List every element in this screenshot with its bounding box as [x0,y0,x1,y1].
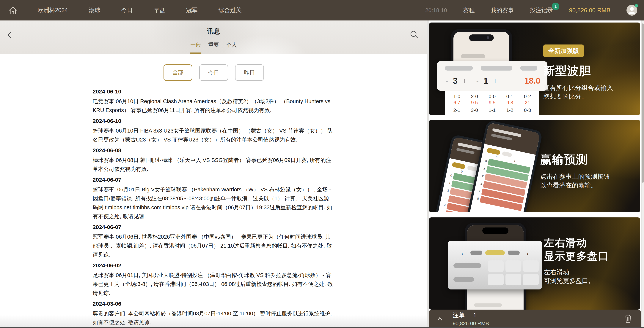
nav-early[interactable]: 早盘 [154,6,165,14]
news-date: 2024-06-02 [93,262,334,269]
page-scrollbar [642,21,644,328]
promo-title-line: 左右滑动 [544,236,633,249]
home-icon[interactable] [8,5,18,16]
swipe-right-arrow-icon: → [522,249,530,257]
promo-desc-line: 左右滑动 [544,268,633,276]
promo-correct-score-banner[interactable]: - 3 + - 1 + 18.0 1-02-00-00-10-26.79.59.… [429,22,640,115]
bet-slip-label: 注单 [453,311,465,320]
new-version-badge: 全新加强版 [543,44,584,57]
prediction-grid: 01012345 [475,153,531,211]
promo-win-loss-banner[interactable]: 01012345 01012345 赢输预测 点击在赛事上的预测按钮 以查看潜在… [429,120,640,212]
bet-records-badge: 1 [552,2,559,10]
news-date: 2024-06-10 [93,118,334,124]
selected-odds-value: 18.0 [524,76,540,85]
minus-icon: - [446,77,448,85]
news-entry: 2024-03-06 尊贵的客户们, 本公司网站将於（香港时间03月07日-14… [93,301,334,327]
nav-outright[interactable]: 冠军 [186,6,198,14]
clock: 20:18:10 [425,7,447,13]
promo-title: 新型波胆 [543,63,635,79]
news-date: 2024-06-08 [93,147,334,154]
bet-slip-count: 1 [473,312,476,319]
news-entry: 2024-06-02 足球赛事:06月01日, 美国职业大联盟-特别投注 （温哥… [93,262,334,298]
news-date: 2024-03-06 [93,301,334,307]
promo-text-block: 左右滑动 显示更多盘口 左右滑动 可浏览更多盘口。 [544,236,633,285]
news-date: 2024-06-10 [93,88,334,95]
message-tabs: 一般 重要 个人 [190,41,237,54]
link-bet-records[interactable]: 投注记录 1 [530,6,553,14]
news-entry: 2024-06-10 电竞赛事:06月10日 Regional Clash Ar… [93,88,334,115]
home-score-value: 3 [453,76,458,86]
chevron-up-icon[interactable] [437,317,443,321]
news-date: 2024-06-07 [93,224,334,230]
promo-text-block: 全新加强版 新型波胆 查看所有比分组合或输入 您想要的比分。 [543,44,635,101]
news-text: 尊贵的客户们, 本公司网站将於（香港时间03月07日-14:00 至 16:00… [93,309,334,327]
link-my-events[interactable]: 我的赛事 [491,6,514,14]
promo-swipe-banner[interactable]: ← → 左右滑动 显示更多盘口 左右滑动 可浏览更多盘口。 [429,217,640,310]
filter-yesterday[interactable]: 昨日 [235,64,264,81]
top-bar: 欧洲杯2024 滚球 今日 早盘 冠军 综合过关 20:18:10 赛程 我的赛… [0,0,644,20]
news-entry: 2024-06-07 冠军赛事:06月06日, 世界杯2026亚洲外围赛 （中国… [93,224,334,259]
news-list: 2024-06-10 电竞赛事:06月10日 Regional Clash Ar… [93,88,334,328]
divider [469,312,469,319]
promo-sidebar: - 3 + - 1 + 18.0 1-02-00-00-10-26.79.59.… [429,20,642,328]
avatar[interactable] [626,5,637,16]
nav-parlay[interactable]: 综合过关 [218,6,242,14]
news-text: 篮球赛事:06月10日 FIBA 3x3 U23女子篮球国家联赛（在中国） （蒙… [93,126,334,144]
page-title: 讯息 [0,27,427,36]
score-odds-grid: 1-02-00-00-10-26.79.59.59.8212-13-01-11-… [445,91,539,115]
online-status-dot [635,4,638,7]
promo-desc-line: 以查看潜在的赢输。 [540,181,633,190]
nav-eurocup[interactable]: 欧洲杯2024 [38,6,68,14]
promo-desc-line: 查看所有比分组合或输入 [543,83,635,92]
link-schedule[interactable]: 赛程 [463,6,475,14]
news-entry: 2024-06-10 篮球赛事:06月10日 FIBA 3x3 U23女子篮球国… [93,118,334,144]
main-nav: 欧洲杯2024 滚球 今日 早盘 冠军 综合过关 [38,6,242,14]
promo-text-block: 赢输预测 点击在赛事上的预测按钮 以查看潜在的赢输。 [540,146,633,190]
news-text: 冠军赛事:06月06日, 世界杯2026亚洲外围赛 （中国vs泰国） - 赛果已… [93,232,334,259]
tab-personal[interactable]: 个人 [226,41,237,54]
account-balance[interactable]: 90,826.00 RMB [569,7,610,14]
news-text: 足球赛事:06月01日, 美国职业大联盟-特别投注 （温哥华白帽-角球数 VS … [93,271,334,298]
news-text: 棒球赛事:06月08日 韩国职业棒球 （乐天巨人 VS SSG登陆者） 赛事已延… [93,156,334,173]
news-text: 篮球赛事: 06月01日 Big V女子篮球联赛 （Pakenham Warri… [93,185,334,221]
tab-important[interactable]: 重要 [208,41,219,54]
promo-title: 赢输预测 [540,152,633,167]
score-stepper-panel: - 3 + - 1 + 18.0 [437,61,548,91]
bet-slip-summary: 注单 1 90,826.00 RMB [453,311,489,327]
tab-general[interactable]: 一般 [190,41,201,54]
plus-icon: + [462,77,466,85]
promo-desc-line: 点击在赛事上的预测按钮 [540,172,633,181]
window-bottom-edge [0,327,644,328]
filter-today[interactable]: 今日 [199,64,228,81]
promo-desc-line: 您想要的比分。 [543,92,635,101]
swipe-left-arrow-icon: ← [460,249,468,257]
bet-slip-balance: 90,826.00 RMB [453,321,489,327]
news-entry: 2024-06-08 棒球赛事:06月08日 韩国职业棒球 （乐天巨人 VS S… [93,147,334,173]
news-date: 2024-06-07 [93,176,334,183]
date-filters: 全部 今日 昨日 [164,64,427,81]
messages-header: 讯息 一般 重要 个人 [0,20,427,54]
bet-records-label: 投注记录 [530,7,553,13]
topbar-right: 20:18:10 赛程 我的赛事 投注记录 1 90,826.00 RMB [425,5,637,16]
search-icon[interactable] [410,30,419,40]
nav-live[interactable]: 滚球 [89,6,100,14]
trash-icon[interactable] [624,314,632,324]
messages-panel: 讯息 一般 重要 个人 全部 今日 昨日 2024-06-10 电竞赛事:06月… [0,20,427,328]
plus-icon: + [493,77,497,85]
news-text: 电竞赛事:06月10日 Regional Clash Arena America… [93,97,334,115]
nav-today[interactable]: 今日 [121,6,133,14]
bet-slip-bar[interactable]: 注单 1 90,826.00 RMB [429,310,641,328]
filter-all[interactable]: 全部 [164,64,192,81]
promo-desc-line: 可浏览更多盘口。 [544,276,633,285]
away-score-value: 1 [484,76,488,86]
scrollbar-thumb[interactable] [642,23,644,183]
promo-title-line: 显示更多盘口 [544,249,633,263]
minus-icon: - [476,77,478,85]
swipe-demo-panel: ← → [448,241,542,290]
news-entry: 2024-06-07 篮球赛事: 06月01日 Big V女子篮球联赛 （Pak… [93,176,334,221]
